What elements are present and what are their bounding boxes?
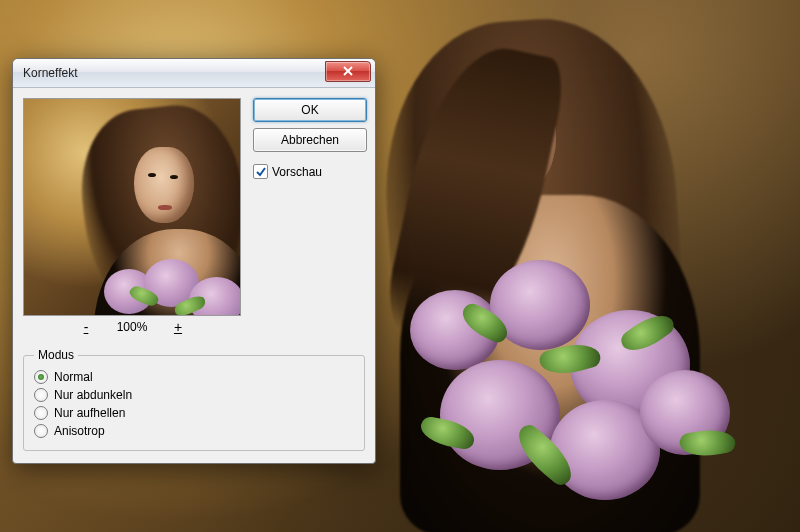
preview-checkbox-label: Vorschau bbox=[272, 165, 322, 179]
preview-checkbox[interactable]: Vorschau bbox=[253, 164, 322, 179]
radio-icon bbox=[34, 370, 48, 384]
modus-option-label: Anisotrop bbox=[54, 424, 105, 438]
checkbox-icon bbox=[253, 164, 268, 179]
modus-legend: Modus bbox=[34, 348, 78, 362]
modus-option-nur-abdunkeln[interactable]: Nur abdunkeln bbox=[34, 386, 354, 404]
radio-icon bbox=[34, 388, 48, 402]
modus-option-nur-aufhellen[interactable]: Nur aufhellen bbox=[34, 404, 354, 422]
zoom-controls: - 100% + bbox=[23, 320, 241, 334]
modus-option-normal[interactable]: Normal bbox=[34, 368, 354, 386]
radio-icon bbox=[34, 424, 48, 438]
effect-preview[interactable] bbox=[23, 98, 241, 316]
close-icon bbox=[343, 65, 353, 79]
modus-option-label: Nur abdunkeln bbox=[54, 388, 132, 402]
zoom-out-button[interactable]: - bbox=[78, 320, 94, 334]
modus-group: Modus Normal Nur abdunkeln Nur aufhellen… bbox=[23, 348, 365, 451]
modus-option-anisotrop[interactable]: Anisotrop bbox=[34, 422, 354, 440]
cancel-button[interactable]: Abbrechen bbox=[253, 128, 367, 152]
radio-icon bbox=[34, 406, 48, 420]
korneffekt-dialog: Korneffekt bbox=[12, 58, 376, 464]
modus-option-label: Normal bbox=[54, 370, 93, 384]
dialog-titlebar[interactable]: Korneffekt bbox=[13, 59, 375, 88]
close-button[interactable] bbox=[325, 61, 371, 82]
modus-option-label: Nur aufhellen bbox=[54, 406, 125, 420]
ok-button[interactable]: OK bbox=[253, 98, 367, 122]
dialog-title: Korneffekt bbox=[23, 66, 77, 80]
zoom-value: 100% bbox=[112, 320, 152, 334]
zoom-in-button[interactable]: + bbox=[170, 320, 186, 334]
